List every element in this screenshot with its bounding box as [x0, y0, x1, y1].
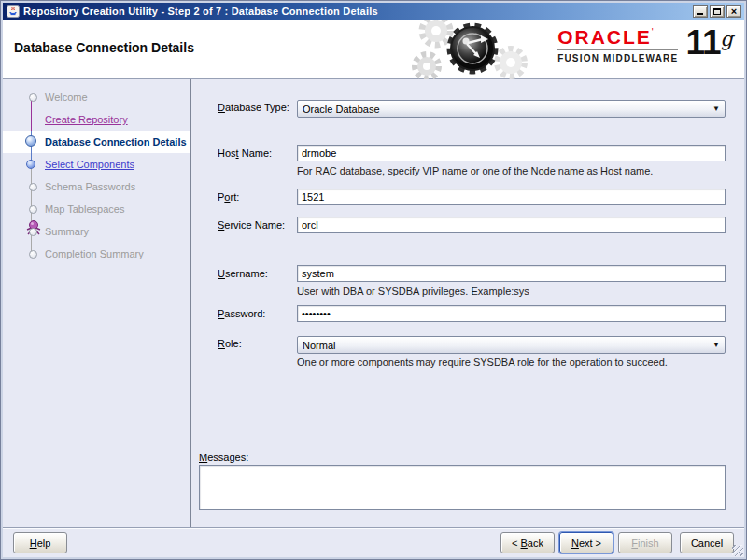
rcu-wizard-window: Repository Creation Utility - Step 2 of … [0, 0, 747, 560]
java-coffee-cup-icon [7, 5, 20, 18]
sidebar-item-schema-passwords: Schema Passwords [3, 175, 190, 198]
step-label: Welcome [45, 86, 88, 108]
username-hint: User with DBA or SYSDBA privileges. Exam… [297, 286, 529, 297]
sidebar-item-completion-summary: Completion Summary [3, 243, 190, 265]
step-circle-icon [26, 160, 35, 169]
window-title: Repository Creation Utility - Step 2 of … [23, 6, 378, 17]
next-button[interactable]: Next > [559, 532, 613, 553]
chevron-down-icon: ▼ [708, 105, 725, 113]
step-label: Completion Summary [45, 243, 144, 265]
sidebar-item-map-tablespaces: Map Tablespaces [3, 198, 190, 220]
chevron-down-icon: ▼ [708, 341, 725, 349]
step-label: Map Tablespaces [45, 198, 124, 220]
version-g: g [721, 28, 733, 50]
close-icon: × [731, 7, 737, 17]
wizard-header: Database Connection Details O [3, 20, 744, 79]
footer-divider [3, 527, 744, 529]
host-name-input[interactable] [297, 145, 726, 161]
role-select[interactable]: Normal ▼ [297, 336, 726, 354]
sidebar-item-welcome: Welcome [3, 86, 190, 108]
step-label[interactable]: Select Components [45, 153, 134, 175]
maximize-button[interactable] [710, 5, 725, 18]
service-name-input[interactable] [297, 217, 726, 233]
role-label: Role: [218, 338, 242, 349]
sidebar-item-create-repository[interactable]: Create Repository [3, 108, 190, 131]
step-circle-icon [29, 183, 37, 191]
sidebar-divider [190, 79, 191, 527]
password-label: Password: [218, 308, 265, 319]
oracle-trademark: ' [652, 27, 654, 37]
database-type-label: Database Type: [218, 102, 289, 113]
page-title: Database Connection Details [14, 40, 194, 55]
port-label: Port: [218, 191, 239, 203]
port-input[interactable] [297, 189, 726, 205]
host-name-hint: For RAC database, specify VIP name or on… [297, 165, 653, 176]
database-type-value: Oracle Database [303, 104, 708, 115]
service-name-label: Service Name: [218, 219, 285, 231]
cancel-button[interactable]: Cancel [680, 532, 734, 553]
step-circle-icon [29, 250, 37, 259]
version-11: 11 [685, 27, 720, 58]
fusion-middleware-label: FUSION MIDDLEWARE [557, 53, 678, 63]
gears-graphic-icon [402, 20, 543, 79]
sidebar-item-database-connection-details: Database Connection Details [3, 131, 190, 153]
step-circle-icon [29, 93, 37, 102]
oracle-wordmark: ORACLE [557, 26, 652, 48]
logo-divider [557, 49, 678, 50]
messages-textarea [199, 465, 726, 510]
sidebar-item-select-components[interactable]: Select Components [3, 153, 190, 175]
step-label[interactable]: Create Repository [45, 108, 128, 131]
title-bar[interactable]: Repository Creation Utility - Step 2 of … [3, 3, 744, 20]
maximize-icon [713, 8, 721, 15]
minimize-icon [697, 13, 703, 15]
messages-label: Messages: [199, 452, 248, 463]
back-button[interactable]: < Back [500, 532, 555, 553]
role-value: Normal [303, 340, 708, 351]
oracle-fusion-middleware-logo: ORACLE' FUSION MIDDLEWARE 11 g [557, 27, 733, 63]
resize-grip[interactable] [732, 545, 743, 556]
step-label: Schema Passwords [45, 175, 135, 198]
username-input[interactable] [297, 265, 726, 282]
step-label: Database Connection Details [45, 131, 187, 153]
step-label: Summary [45, 220, 89, 243]
step-circle-icon [29, 205, 37, 214]
step-circle-icon [29, 228, 37, 236]
finish-button: Finish [618, 532, 672, 553]
database-type-select[interactable]: Oracle Database ▼ [297, 100, 726, 118]
help-button[interactable]: Help [13, 532, 67, 553]
username-label: Username: [218, 268, 268, 279]
password-input[interactable] [297, 305, 726, 322]
minimize-button[interactable] [693, 5, 708, 18]
host-name-label: Host Name: [218, 147, 272, 159]
close-button[interactable]: × [726, 5, 741, 18]
role-hint: One or more components may require SYSDB… [297, 357, 668, 368]
current-step-circle-icon [25, 135, 36, 147]
sidebar-item-summary: Summary [3, 220, 190, 243]
